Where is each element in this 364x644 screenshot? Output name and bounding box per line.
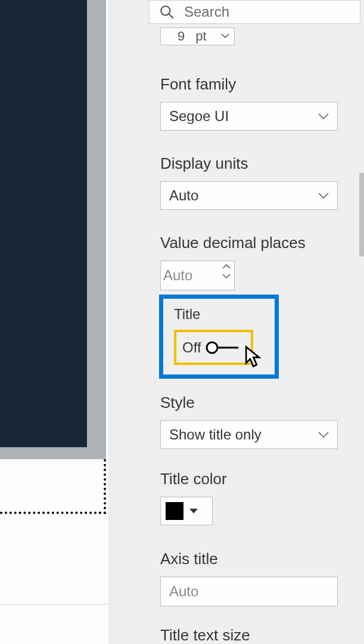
value-decimal-value: Auto [161, 267, 192, 284]
pane-divider [108, 0, 144, 644]
chevron-down-icon [318, 432, 329, 438]
title-toggle[interactable]: Off [174, 330, 253, 365]
value-decimal-label: Value decimal places [160, 234, 359, 252]
properties-content: 9 pt Font family Segoe UI Display units … [160, 27, 359, 644]
axis-title-input[interactable]: Auto [160, 577, 338, 606]
value-decimal-group: Value decimal places Auto [160, 234, 359, 290]
display-units-dropdown[interactable]: Auto [160, 181, 338, 210]
spinner-arrows[interactable] [222, 264, 231, 279]
text-size-value: 9 [161, 29, 185, 44]
properties-pane: Search 9 pt Font family Segoe UI Display… [144, 0, 364, 644]
canvas-visual-background [0, 0, 106, 459]
font-family-dropdown[interactable]: Segoe UI [160, 102, 338, 131]
svg-point-3 [207, 342, 217, 353]
display-units-label: Display units [160, 154, 359, 173]
title-text-size-group: Title text size [160, 626, 250, 644]
title-section-label: Title [174, 306, 275, 323]
chevron-down-icon [318, 193, 329, 199]
search-input[interactable]: Search [149, 0, 360, 24]
style-dropdown[interactable]: Show title only [160, 420, 338, 449]
font-family-label: Font family [160, 75, 359, 94]
selection-marquee [0, 459, 106, 514]
title-color-label: Title color [160, 470, 227, 488]
search-icon [159, 4, 175, 20]
svg-point-0 [161, 6, 170, 15]
chevron-down-icon [318, 113, 329, 119]
title-text-size-label: Title text size [160, 626, 250, 644]
chevron-down-icon [221, 33, 229, 39]
chevron-down-icon [222, 273, 231, 279]
style-group: Style Show title only [160, 394, 338, 449]
title-color-group: Title color [160, 470, 227, 525]
display-units-group: Display units Auto [160, 154, 359, 210]
text-size-stepper[interactable]: 9 pt [160, 27, 235, 45]
axis-title-group: Axis title Auto [160, 550, 338, 606]
title-toggle-highlight: Title Off [159, 295, 279, 379]
canvas-visual[interactable] [0, 0, 87, 447]
axis-title-label: Axis title [160, 550, 338, 568]
scrollbar[interactable] [359, 173, 364, 256]
search-placeholder: Search [184, 4, 229, 20]
horizontal-divider [0, 604, 108, 605]
caret-down-icon [189, 509, 198, 513]
value-decimal-stepper[interactable]: Auto [160, 261, 235, 290]
display-units-value: Auto [169, 187, 198, 204]
toggle-switch-icon [205, 341, 239, 354]
font-family-group: Font family Segoe UI [160, 75, 359, 131]
style-label: Style [160, 394, 338, 412]
color-swatch [166, 502, 183, 520]
title-color-picker[interactable] [160, 497, 213, 525]
cursor-icon [244, 345, 262, 368]
canvas-area [0, 0, 108, 644]
axis-title-value: Auto [169, 583, 198, 600]
title-toggle-state: Off [182, 339, 201, 356]
text-size-unit: pt [185, 29, 206, 44]
chevron-up-icon [222, 264, 231, 270]
style-value: Show title only [169, 426, 262, 443]
svg-line-1 [169, 14, 173, 18]
font-family-value: Segoe UI [169, 108, 229, 125]
